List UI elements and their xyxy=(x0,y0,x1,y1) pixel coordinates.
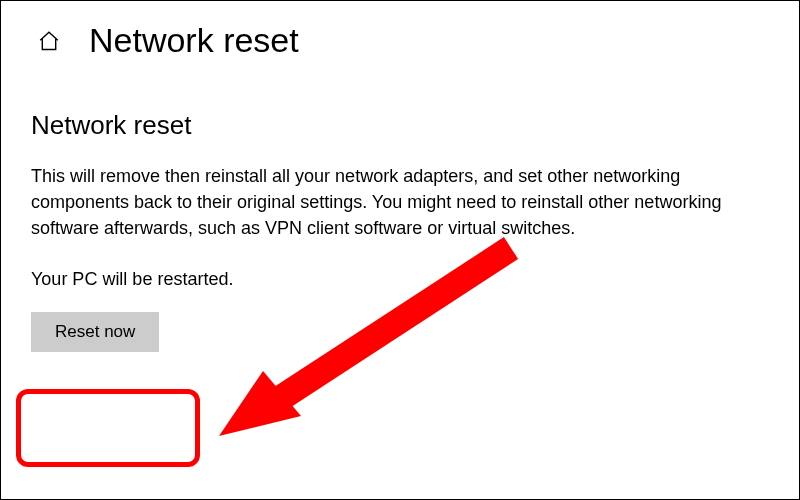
svg-marker-0 xyxy=(219,371,301,436)
home-icon[interactable] xyxy=(37,29,61,53)
annotation-highlight-box xyxy=(16,389,200,467)
content-area: Network reset This will remove then rein… xyxy=(1,70,799,352)
section-title: Network reset xyxy=(31,110,769,141)
page-title: Network reset xyxy=(89,21,299,60)
restart-note: Your PC will be restarted. xyxy=(31,269,769,290)
header: Network reset xyxy=(1,1,799,70)
reset-now-button[interactable]: Reset now xyxy=(31,312,159,352)
description-text: This will remove then reinstall all your… xyxy=(31,163,741,241)
